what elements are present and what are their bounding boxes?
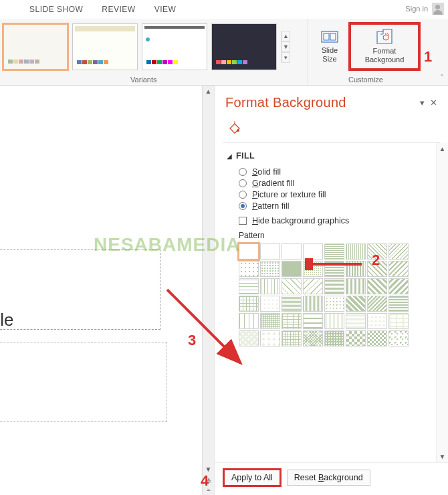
pattern-swatch[interactable]: [282, 278, 302, 294]
sign-in-label: Sign in: [405, 5, 428, 13]
reset-background-button[interactable]: Reset Background: [287, 470, 370, 486]
pattern-swatch[interactable]: [260, 330, 280, 346]
variants-more-icon[interactable]: ▾: [282, 52, 290, 63]
pattern-fill-label: Pattern fill: [252, 201, 290, 211]
pattern-swatch[interactable]: [303, 278, 323, 294]
pattern-swatch[interactable]: [303, 243, 323, 260]
pattern-swatch[interactable]: [367, 313, 387, 329]
fill-section-header[interactable]: ◢ FILL: [227, 151, 444, 161]
pattern-swatch[interactable]: [303, 261, 323, 277]
pattern-swatch[interactable]: [346, 330, 366, 346]
pattern-swatch[interactable]: [388, 296, 409, 312]
picture-fill-radio[interactable]: Picture or texture fill: [239, 190, 444, 199]
pattern-swatch[interactable]: [388, 278, 409, 294]
pattern-swatch[interactable]: [260, 261, 280, 277]
variants-scroll-down-icon[interactable]: ▼: [282, 41, 290, 52]
hide-bg-checkbox[interactable]: Hide background graphics: [239, 216, 444, 225]
apply-to-all-button[interactable]: Apply to All: [224, 470, 280, 486]
pane-scroll-down-icon[interactable]: ▼: [439, 451, 446, 462]
pattern-swatch[interactable]: [303, 296, 323, 312]
slide-title-text: title: [0, 310, 13, 330]
pattern-swatch[interactable]: [282, 261, 302, 277]
pattern-swatch[interactable]: [324, 313, 344, 329]
variant-thumb-1[interactable]: [3, 23, 68, 70]
pattern-swatch[interactable]: [367, 278, 387, 294]
format-background-button[interactable]: Format Background: [351, 25, 418, 68]
variant-thumb-2[interactable]: [72, 23, 138, 70]
pattern-swatch[interactable]: [239, 278, 259, 294]
pattern-swatch[interactable]: [260, 313, 280, 329]
editor-scroll-down-icon[interactable]: ▼: [205, 464, 212, 475]
fill-tab-icon[interactable]: [225, 118, 244, 137]
prev-slide-icon[interactable]: ≜: [205, 478, 212, 485]
pattern-swatch[interactable]: [346, 243, 366, 260]
pattern-swatch[interactable]: [346, 278, 366, 294]
pattern-swatch[interactable]: [324, 296, 344, 312]
collapse-ribbon-icon[interactable]: ˄: [440, 74, 444, 82]
pattern-swatch[interactable]: [260, 278, 280, 294]
gradient-fill-radio[interactable]: Gradient fill: [239, 179, 444, 188]
slide-title-placeholder[interactable]: [0, 250, 160, 330]
pattern-swatch[interactable]: [388, 243, 409, 260]
pattern-swatch[interactable]: [260, 296, 280, 312]
pattern-swatch[interactable]: [346, 261, 366, 277]
solid-fill-radio[interactable]: Solid fill: [239, 167, 444, 177]
format-bg-line1: Format: [373, 47, 397, 56]
pattern-swatch[interactable]: [346, 313, 366, 329]
svg-point-4: [237, 129, 239, 132]
tab-slideshow[interactable]: SLIDE SHOW: [20, 1, 92, 18]
variant-thumb-4[interactable]: [211, 23, 277, 70]
radio-icon: [239, 168, 247, 176]
pattern-swatch[interactable]: [282, 330, 302, 346]
variant-thumb-3[interactable]: [142, 23, 207, 70]
slide-subtitle-placeholder[interactable]: [0, 342, 167, 422]
pattern-swatch[interactable]: [239, 330, 259, 346]
pattern-swatch[interactable]: [303, 330, 323, 346]
pattern-swatch[interactable]: [367, 330, 387, 346]
editor-scroll-up-icon[interactable]: ▲: [205, 86, 212, 97]
pattern-swatch[interactable]: [239, 261, 259, 277]
format-background-icon: [375, 29, 394, 45]
pane-vscroll[interactable]: ▲ ▼: [436, 143, 448, 462]
variants-scroll-up-icon[interactable]: ▲: [282, 31, 290, 41]
pane-options-icon[interactable]: ▾: [420, 98, 425, 108]
pattern-swatch[interactable]: [239, 243, 259, 260]
next-slide-icon[interactable]: ⩡: [205, 485, 212, 492]
svg-rect-1: [324, 33, 329, 40]
pattern-swatch[interactable]: [239, 313, 259, 329]
slide-size-icon: [321, 29, 338, 44]
pattern-swatch[interactable]: [388, 330, 409, 346]
pattern-swatch[interactable]: [367, 296, 387, 312]
slide-size-line1: Slide: [322, 46, 338, 55]
pattern-swatch[interactable]: [388, 313, 409, 329]
pattern-swatch[interactable]: [346, 296, 366, 312]
pattern-swatch[interactable]: [282, 313, 302, 329]
radio-checked-icon: [239, 202, 247, 210]
pattern-swatch[interactable]: [303, 313, 323, 329]
pane-close-icon[interactable]: ✕: [430, 98, 437, 108]
pattern-swatch[interactable]: [324, 243, 344, 260]
pattern-swatch[interactable]: [324, 278, 344, 294]
radio-icon: [239, 191, 247, 199]
pattern-fill-radio[interactable]: Pattern fill: [239, 201, 444, 211]
editor-vscroll[interactable]: ▲ ▼ ≜ ⩡: [202, 86, 214, 495]
tab-review[interactable]: REVIEW: [92, 1, 144, 18]
solid-fill-label: Solid fill: [252, 167, 281, 177]
pattern-swatch[interactable]: [282, 296, 302, 312]
pattern-swatch[interactable]: [239, 296, 259, 312]
pattern-swatch[interactable]: [367, 243, 387, 260]
gradient-fill-label: Gradient fill: [252, 179, 294, 188]
pattern-swatch[interactable]: [324, 261, 344, 277]
pane-scroll-up-icon[interactable]: ▲: [439, 143, 446, 155]
sign-in[interactable]: Sign in: [405, 3, 444, 15]
tab-view[interactable]: VIEW: [145, 1, 186, 18]
slide-editor: title ▲ ▼ ≜ ⩡: [0, 86, 214, 495]
pattern-swatch[interactable]: [388, 261, 409, 277]
fill-collapse-icon: ◢: [227, 153, 232, 160]
pattern-swatch[interactable]: [324, 330, 344, 346]
pattern-swatch[interactable]: [282, 243, 302, 260]
slide-size-button[interactable]: Slide Size: [311, 27, 348, 66]
ribbon: ▲ ▼ ▾ Variants Slide Size Format Backgro…: [0, 19, 448, 86]
pattern-swatch[interactable]: [367, 261, 387, 277]
pattern-swatch[interactable]: [260, 243, 280, 260]
